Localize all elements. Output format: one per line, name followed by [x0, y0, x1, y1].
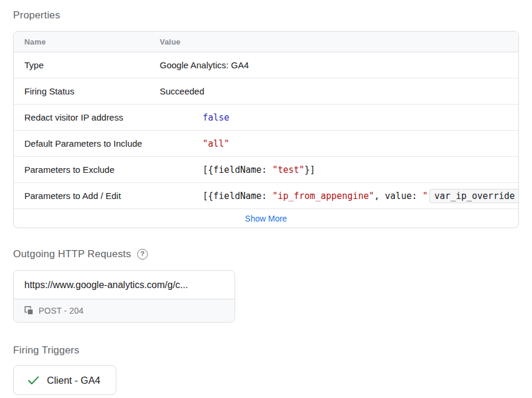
help-icon[interactable]: ?: [137, 249, 148, 260]
property-name: Default Parameters to Include: [14, 138, 160, 149]
table-row-firing-status: Firing Status Succeeded: [14, 78, 518, 105]
property-name: Parameters to Exclude: [14, 165, 160, 175]
property-value: Succeeded: [160, 86, 518, 96]
request-url[interactable]: https://www.google-analytics.com/g/c...: [14, 271, 235, 299]
property-value-code: [{fieldName: "ip_from_appengine", value:…: [160, 178, 518, 214]
value-column-header: Value: [160, 37, 518, 46]
code-plain: }]: [305, 165, 315, 175]
request-method-status: POST - 204: [39, 306, 84, 315]
property-name: Type: [14, 60, 160, 70]
show-more-link[interactable]: Show More: [245, 214, 287, 223]
name-column-header: Name: [14, 37, 160, 46]
tag-details-panel: Properties Name Value Type Google Analyt…: [0, 0, 532, 395]
copy-icon: [24, 306, 34, 315]
property-name: Firing Status: [14, 86, 160, 96]
code-boolean: false: [202, 112, 229, 123]
trigger-label: Client - GA4: [47, 375, 100, 386]
property-name: Parameters to Add / Edit: [14, 191, 160, 201]
http-requests-title-text: Outgoing HTTP Requests: [13, 248, 131, 260]
table-row-type: Type Google Analytics: GA4: [14, 52, 518, 78]
http-request-card[interactable]: https://www.google-analytics.com/g/c... …: [13, 270, 235, 323]
properties-table: Name Value Type Google Analytics: GA4 Fi…: [13, 31, 519, 228]
table-row-redact-ip: Redact visitor IP address false: [14, 105, 518, 131]
properties-table-header: Name Value: [14, 31, 518, 52]
firing-triggers-section-title: Firing Triggers: [13, 344, 519, 356]
code-plain: [{fieldName:: [202, 191, 272, 201]
property-name: Redact visitor IP address: [14, 112, 160, 122]
http-requests-section-title: Outgoing HTTP Requests ?: [13, 248, 519, 260]
code-plain: , value:: [374, 191, 422, 201]
code-string: ": [423, 191, 428, 201]
table-row-default-params: Default Parameters to Include "all": [14, 131, 518, 157]
code-plain: [{fieldName:: [202, 165, 272, 175]
code-string: "test": [273, 165, 305, 175]
variable-chip: var_ip_override: [429, 189, 518, 203]
firing-trigger-item[interactable]: Client - GA4: [13, 365, 116, 395]
code-string: "all": [202, 138, 229, 149]
request-status-bar: POST - 204: [14, 299, 235, 322]
table-row-params-add-edit: Parameters to Add / Edit [{fieldName: "i…: [14, 183, 518, 209]
property-value: Google Analytics: GA4: [160, 60, 518, 70]
properties-section-title: Properties: [13, 9, 519, 21]
green-check-icon: [28, 376, 39, 385]
code-string: "ip_from_appengine": [273, 191, 375, 201]
